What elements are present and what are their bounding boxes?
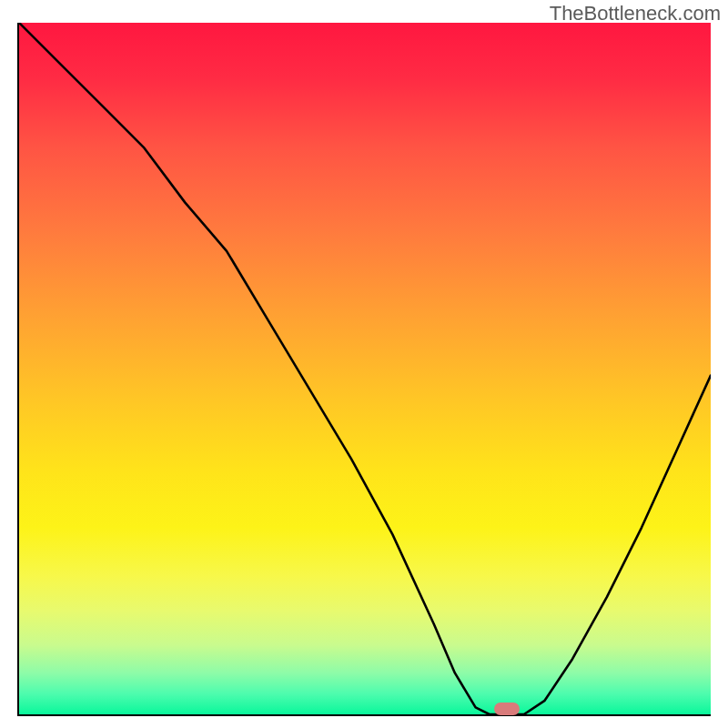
- watermark-text: TheBottleneck.com: [550, 2, 721, 25]
- chart-container: TheBottleneck.com: [0, 0, 728, 728]
- optimal-marker: [494, 703, 520, 715]
- x-axis-line: [19, 714, 711, 716]
- bottleneck-curve: [19, 23, 711, 714]
- chart-plot-area: [19, 23, 711, 714]
